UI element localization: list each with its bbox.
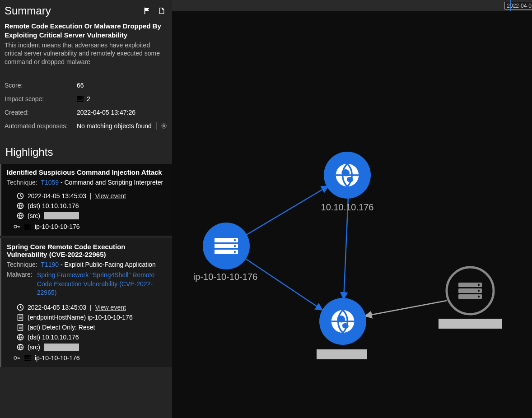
endpoint-row: (endpointHostName) ip-10-10-10-176 [17, 314, 168, 321]
graph-edge[interactable] [245, 258, 322, 310]
highlight-title: Spring Core Remote Code Execution Vulner… [7, 243, 168, 258]
flag-icon[interactable] [143, 6, 151, 15]
created-label: Created: [5, 109, 77, 116]
incident-title: Remote Code Execution Or Malware Dropped… [5, 22, 168, 40]
graph-edge[interactable] [247, 186, 328, 235]
act-row: (act) Detect Only: Reset [17, 324, 168, 331]
key-icon [13, 354, 20, 362]
score-value: 66 [77, 82, 84, 89]
incident-description: This incident means that adversaries hav… [5, 41, 168, 67]
highlight-title: Identified Suspicious Command Injection … [7, 168, 168, 176]
graph-panel[interactable]: 2022-04-0 ip-10-10-10-176 10.10.10.176 [172, 0, 532, 418]
dst-row: (dst) 10.10.10.176 [17, 202, 168, 209]
page-icon [17, 314, 24, 321]
automated-responses-value: No matching objects found [77, 122, 168, 130]
dst-row: (dst) 10.10.10.176 [17, 334, 168, 341]
globe-icon [17, 202, 24, 209]
topology-graph[interactable]: ip-10-10-10-176 10.10.10.176 [172, 0, 532, 418]
highlight-card[interactable]: Spring Core Remote Code Execution Vulner… [0, 238, 172, 367]
impact-value: 2 [77, 95, 90, 102]
highlight-card[interactable]: Identified Suspicious Command Injection … [0, 164, 172, 236]
host-row: ip-10-10-10-176 [13, 223, 168, 230]
malware-row: Malware: Spring Framework "Spring4Shell"… [7, 271, 168, 297]
redacted-value [44, 344, 79, 351]
technique-link[interactable]: T1059 [41, 179, 59, 186]
globe-icon [17, 334, 24, 341]
summary-heading: Summary [5, 5, 51, 17]
automated-responses-label: Automated responses: [5, 122, 77, 130]
graph-node-redacted-label [317, 349, 367, 359]
graph-edge[interactable] [365, 301, 447, 316]
graph-node-ip-label: 10.10.10.176 [321, 202, 374, 212]
graph-node-host-label: ip-10-10-10-176 [193, 272, 257, 282]
technique-row: Technique: T1190 - Exploit Public-Facing… [7, 261, 168, 268]
graph-node-redacted[interactable] [319, 298, 366, 345]
graph-node-ip[interactable] [324, 152, 371, 199]
key-icon [13, 223, 20, 230]
graph-node-host[interactable] [203, 223, 250, 269]
globe-icon [17, 212, 24, 219]
server-icon [77, 95, 84, 102]
summary-block: Remote Code Execution Or Malware Dropped… [0, 19, 172, 72]
technique-link[interactable]: T1190 [41, 261, 59, 268]
clock-icon [17, 192, 24, 200]
host-row: ip-10-10-10-176 [13, 354, 168, 362]
event-time-row: 2022-04-05 13:45:03 | View event [17, 304, 168, 311]
event-time-row: 2022-04-05 13:45:03 | View event [17, 192, 168, 200]
src-row: (src) [17, 344, 168, 351]
created-value: 2022-04-05 13:47:26 [77, 109, 135, 116]
server-icon [24, 223, 31, 230]
document-icon[interactable] [158, 6, 166, 15]
src-row: (src) [17, 212, 168, 219]
redacted-value [44, 212, 79, 219]
impact-label: Impact scope: [5, 95, 77, 102]
score-label: Score: [5, 82, 77, 89]
clock-icon [17, 304, 24, 311]
server-icon [24, 354, 31, 362]
graph-edge[interactable] [344, 198, 348, 299]
technique-row: Technique: T1059 - Command and Scripting… [7, 179, 168, 186]
graph-node-external-label [439, 319, 502, 329]
graph-node-external-server[interactable] [447, 267, 494, 314]
page-icon [17, 324, 24, 331]
malware-link[interactable]: Spring Framework "Spring4Shell" Remote C… [37, 271, 168, 297]
view-event-link[interactable]: View event [95, 192, 126, 200]
summary-header: Summary [0, 0, 172, 19]
highlights-heading: Highlights [0, 142, 172, 164]
summary-fields: Score: 66 Impact scope: 2 Created: 2022-… [0, 72, 172, 142]
view-event-link[interactable]: View event [95, 304, 126, 311]
gear-icon[interactable] [156, 122, 168, 130]
globe-icon [17, 344, 24, 351]
sidebar: Summary Remote Code Execution Or Malware… [0, 0, 172, 418]
